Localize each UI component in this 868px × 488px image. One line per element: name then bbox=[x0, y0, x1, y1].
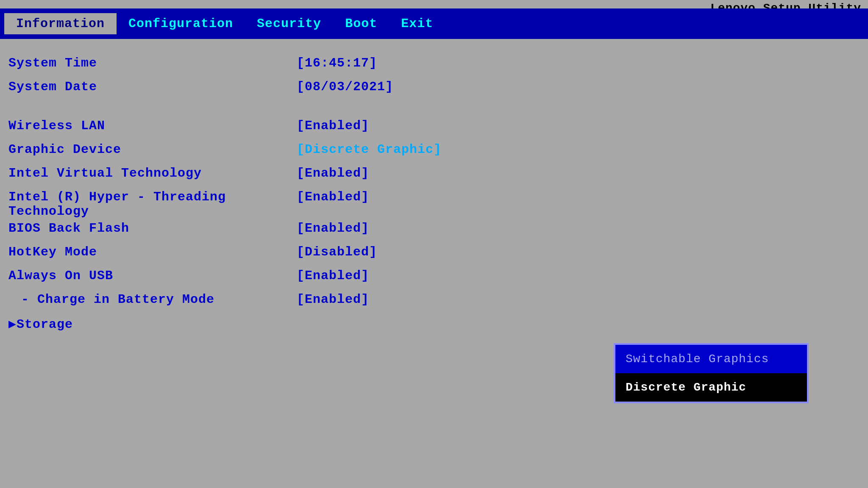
value-hotkey-mode[interactable]: [Disabled] bbox=[297, 245, 377, 259]
nav-item-information[interactable]: Information bbox=[4, 13, 117, 34]
label-system-time: System Time bbox=[8, 56, 297, 70]
row-intel-vt: Intel Virtual Technology [Enabled] bbox=[8, 166, 860, 187]
label-bios-back-flash: BIOS Back Flash bbox=[8, 221, 297, 236]
value-hyper-threading[interactable]: [Enabled] bbox=[297, 190, 369, 204]
settings-table: System Time [16:45:17] System Date [08/0… bbox=[8, 56, 860, 337]
label-hyper-threading: Intel (R) Hyper - Threading Technology bbox=[8, 190, 297, 219]
value-intel-vt[interactable]: [Enabled] bbox=[297, 166, 369, 180]
row-bios-back-flash: BIOS Back Flash [Enabled] bbox=[8, 221, 860, 242]
nav-item-security[interactable]: Security bbox=[245, 13, 333, 34]
nav-item-boot[interactable]: Boot bbox=[333, 13, 389, 34]
value-bios-back-flash[interactable]: [Enabled] bbox=[297, 221, 369, 236]
graphic-dropdown-popup: Switchable Graphics Discrete Graphic bbox=[614, 343, 809, 403]
row-storage[interactable]: ▶Storage bbox=[8, 316, 860, 337]
row-charge-battery: - Charge in Battery Mode [Enabled] bbox=[8, 292, 860, 313]
dropdown-option-switchable[interactable]: Switchable Graphics bbox=[615, 345, 807, 373]
row-hotkey-mode: HotKey Mode [Disabled] bbox=[8, 245, 860, 266]
main-content: System Time [16:45:17] System Date [08/0… bbox=[0, 39, 868, 488]
row-system-date: System Date [08/03/2021] bbox=[8, 80, 860, 101]
value-charge-battery[interactable]: [Enabled] bbox=[297, 292, 369, 307]
row-graphic-device: Graphic Device [Discrete Graphic] bbox=[8, 142, 860, 164]
label-always-on-usb: Always On USB bbox=[8, 269, 297, 283]
row-hyper-threading: Intel (R) Hyper - Threading Technology [… bbox=[8, 190, 860, 219]
value-wireless-lan[interactable]: [Enabled] bbox=[297, 119, 369, 133]
nav-bar: Information Configuration Security Boot … bbox=[0, 8, 868, 39]
label-wireless-lan: Wireless LAN bbox=[8, 119, 297, 133]
row-system-time: System Time [16:45:17] bbox=[8, 56, 860, 77]
dropdown-option-discrete[interactable]: Discrete Graphic bbox=[615, 373, 807, 402]
label-intel-vt: Intel Virtual Technology bbox=[8, 166, 297, 180]
value-system-time[interactable]: [16:45:17] bbox=[297, 56, 377, 70]
label-graphic-device: Graphic Device bbox=[8, 142, 297, 157]
label-system-date: System Date bbox=[8, 80, 297, 94]
spacer-row bbox=[8, 103, 860, 116]
label-charge-battery: - Charge in Battery Mode bbox=[8, 292, 297, 307]
value-system-date[interactable]: [08/03/2021] bbox=[297, 80, 393, 94]
label-storage[interactable]: ▶Storage bbox=[8, 316, 73, 332]
nav-item-configuration[interactable]: Configuration bbox=[117, 13, 245, 34]
nav-item-exit[interactable]: Exit bbox=[389, 13, 445, 34]
row-always-on-usb: Always On USB [Enabled] bbox=[8, 269, 860, 290]
label-hotkey-mode: HotKey Mode bbox=[8, 245, 297, 259]
row-wireless-lan: Wireless LAN [Enabled] bbox=[8, 119, 860, 140]
value-always-on-usb[interactable]: [Enabled] bbox=[297, 269, 369, 283]
value-graphic-device[interactable]: [Discrete Graphic] bbox=[297, 142, 442, 157]
